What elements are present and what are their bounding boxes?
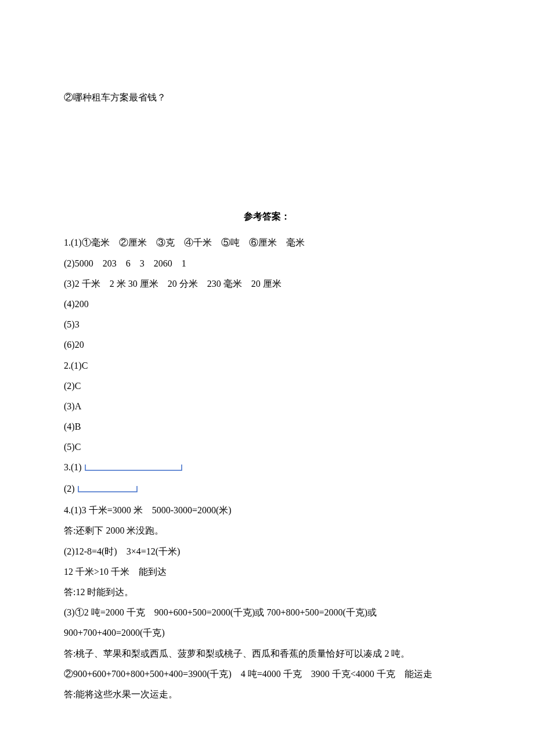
answer-line-3: (3)2 千米 2 米 30 厘米 20 分米 230 毫米 20 厘米 [64,273,470,294]
answer-line-9: (3)A [64,396,470,416]
answer-line-4: (4)200 [64,294,470,314]
answer-line-19: (3)①2 吨=2000 千克 900+600+500=2000(千克)或 70… [64,602,470,622]
answer-line-15: 答:还剩下 2000 米没跑。 [64,520,470,541]
bracket-short-icon [77,480,138,500]
answer-line-13-text: (2) [64,484,75,494]
answer-line-16: (2)12-8=4(时) 3×4=12(千米) [64,541,470,561]
bracket-long-icon [84,458,183,478]
answer-line-2: (2)5000 203 6 3 2060 1 [64,253,470,273]
answer-title: 参考答案： [64,206,470,226]
question-line: ②哪种租车方案最省钱？ [64,87,470,107]
answer-line-10: (4)B [64,416,470,437]
answer-line-12-text: 3.(1) [64,462,82,472]
answer-line-11: (5)C [64,437,470,457]
answer-line-18: 答:12 时能到达。 [64,582,470,602]
answer-line-12: 3.(1) [64,457,470,478]
answer-line-7: 2.(1)C [64,355,470,376]
answer-line-6: (6)20 [64,334,470,355]
question-text: ②哪种租车方案最省钱？ [64,92,166,102]
answer-line-21: 答:桃子、苹果和梨或西瓜、菠萝和梨或桃子、西瓜和香蕉的质量恰好可以凑成 2 吨。 [64,643,470,664]
answer-line-20: 900+700+400=2000(千克) [64,622,470,643]
answer-line-13: (2) [64,478,470,500]
answer-line-14: 4.(1)3 千米=3000 米 5000-3000=2000(米) [64,500,470,520]
answer-line-17: 12 千米>10 千米 能到达 [64,561,470,582]
answer-line-5: (5)3 [64,314,470,334]
answer-line-23: 答:能将这些水果一次运走。 [64,684,470,704]
answer-line-22: ②900+600+700+800+500+400=3900(千克) 4 吨=40… [64,664,470,684]
answer-line-1: 1.(1)①毫米 ②厘米 ③克 ④千米 ⑤吨 ⑥厘米 毫米 [64,232,470,253]
answer-line-8: (2)C [64,376,470,396]
